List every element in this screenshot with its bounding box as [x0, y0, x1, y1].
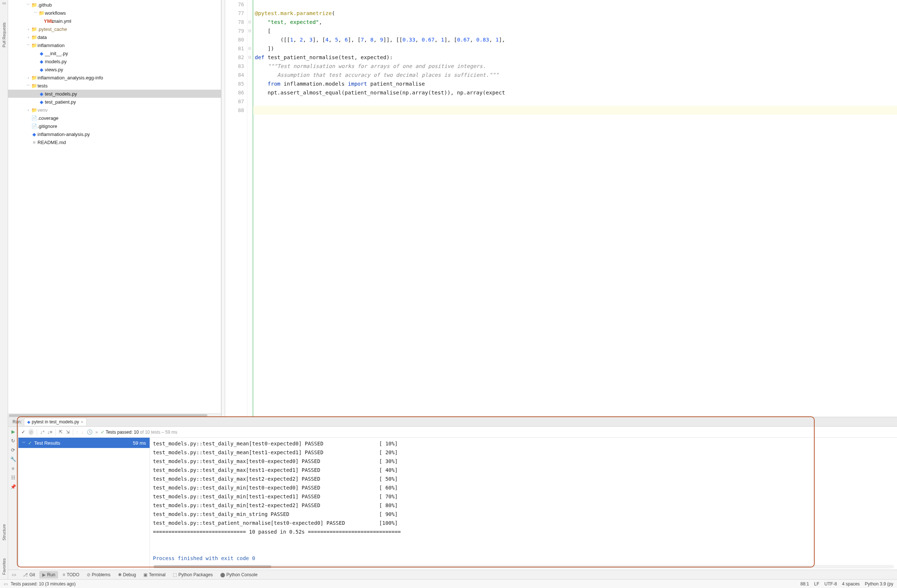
tree-item-label: .pytest_cache [37, 26, 67, 32]
status-segment[interactable]: LF [814, 581, 819, 586]
tool-todo[interactable]: ≡TODO [60, 571, 82, 579]
expand-all-icon[interactable]: ⇱ [59, 429, 63, 435]
tree-h-scrollbar[interactable] [8, 414, 221, 417]
project-tree[interactable]: ﹀📁.github﹀📁workflowsYMLmain.yml›📁.pytest… [8, 0, 221, 417]
test-history-icon[interactable]: 🕓 [87, 429, 93, 435]
fold-icon[interactable]: ⊟ [248, 46, 251, 50]
run-tab[interactable]: ◆ pytest in test_models.py ✕ [24, 418, 87, 426]
expand-icon[interactable]: ﹀ [26, 2, 31, 8]
settings-icon[interactable]: 🔧 [10, 457, 16, 462]
tree-item-inflammation[interactable]: ﹀📁inflammation [8, 41, 221, 49]
expand-icon[interactable]: ﹀ [33, 10, 38, 15]
status-segment[interactable]: UTF-8 [825, 581, 837, 586]
tree-item--coverage[interactable]: 📄.coverage [8, 114, 221, 122]
status-message: Tests passed: 10 (3 minutes ago) [11, 581, 76, 586]
terminal-icon: ▣ [143, 572, 147, 577]
rerun-icon[interactable]: ▶ [11, 429, 15, 434]
tree-item-venv[interactable]: ›📁venv [8, 106, 221, 114]
tool-git[interactable]: ⎇Git [20, 571, 38, 579]
tree-item--gitignore[interactable]: 📄.gitignore [8, 122, 221, 130]
vertical-splitter[interactable] [221, 0, 225, 417]
collapse-all-icon[interactable]: ⇲ [66, 429, 70, 435]
test-results-root[interactable]: ﹀ ✓ Test Results 59 ms [18, 438, 150, 448]
tree-item-test-models-py[interactable]: ◆test_models.py [8, 90, 221, 98]
tree-item-models-py[interactable]: ◆models.py [8, 57, 221, 66]
console-line: test_models.py::test_patient_normalise[t… [153, 519, 894, 527]
tool-python-console[interactable]: ⬤Python Console [217, 571, 261, 579]
code-editor[interactable]: 76777879808182▶838485868788 ⊟⊟⊟⊟ @pytest… [225, 0, 897, 417]
tree-item---init---py[interactable]: ◆__init__.py [8, 49, 221, 57]
console-h-scrollbar[interactable] [153, 565, 894, 568]
tree-item-test-patient-py[interactable]: ◆test_patient.py [8, 98, 221, 106]
fold-icon[interactable]: ⊟ [248, 20, 251, 24]
pin-icon[interactable]: 📌 [10, 484, 16, 490]
console-line: test_models.py::test_daily_min[test0-exp… [153, 483, 894, 492]
tree-item-workflows[interactable]: ﹀📁workflows [8, 9, 221, 17]
debug-icon: ✱ [118, 572, 122, 577]
code-line[interactable]: """Test normalisation works for arrays o… [253, 62, 897, 70]
code-line[interactable] [253, 0, 897, 9]
tool-debug[interactable]: ✱Debug [115, 571, 139, 579]
expand-icon[interactable]: › [26, 27, 31, 31]
favorites-tab[interactable]: Favorites [2, 557, 6, 576]
sort-duration-icon[interactable]: ↓≡ [47, 429, 52, 435]
test-results-tree[interactable]: ﹀ ✓ Test Results 59 ms [18, 438, 150, 570]
expand-icon[interactable]: ﹀ [26, 43, 31, 48]
status-segment[interactable]: 4 spaces [842, 581, 860, 586]
tree-item-main-yml[interactable]: YMLmain.yml [8, 17, 221, 25]
pull-requests-tab[interactable]: Pull Requests [2, 21, 6, 49]
next-test-icon[interactable]: ↓ [81, 429, 84, 435]
tool-python-packages[interactable]: ⬚Python Packages [170, 571, 216, 579]
console-line: test_models.py::test_daily_mean[test1-ex… [153, 448, 894, 457]
test-console-output[interactable]: test_models.py::test_daily_mean[test0-ex… [150, 438, 897, 570]
code-line[interactable]: from inflammation.models import patient_… [253, 79, 897, 88]
expand-icon[interactable]: › [26, 35, 31, 39]
stop-icon[interactable]: ■ [12, 466, 15, 471]
toggle-auto-icon[interactable]: ⟳ [11, 447, 15, 453]
rerun-failed-icon[interactable]: ↻ [11, 438, 15, 444]
expand-icon[interactable]: › [26, 76, 31, 80]
status-segment[interactable]: Python 3.9 (py [865, 581, 893, 586]
structure-tab[interactable]: Structure [2, 522, 6, 542]
tree-item-inflammation-analysis-py[interactable]: ◆inflammation-analysis.py [8, 130, 221, 138]
code-line[interactable]: @pytest.mark.parametrize( [253, 9, 897, 18]
tool-terminal[interactable]: ▣Terminal [141, 571, 168, 579]
code-line[interactable]: def test_patient_normalise(test, expecte… [253, 53, 897, 62]
tree-item-label: models.py [45, 59, 67, 64]
tree-item-views-py[interactable]: ◆views.py [8, 66, 221, 73]
code-line[interactable]: npt.assert_almost_equal(patient_normalis… [253, 88, 897, 97]
tree-item-readme-md[interactable]: ≡README.md [8, 138, 221, 146]
tree-item-label: views.py [45, 67, 63, 72]
code-line[interactable]: [ [253, 26, 897, 35]
prev-test-icon[interactable]: ↑ [76, 429, 79, 435]
code-line[interactable] [253, 106, 897, 115]
status-icon[interactable]: ▭ [4, 581, 8, 586]
status-segment[interactable]: 88:1 [800, 581, 809, 586]
tool-run[interactable]: ▶Run [39, 571, 58, 579]
show-ignored-icon[interactable]: ⊘ [28, 429, 34, 435]
tree-item-data[interactable]: ›📁data [8, 33, 221, 41]
sort-alpha-icon[interactable]: ↓ᵃ [40, 429, 44, 435]
show-passed-icon[interactable]: ✓ [21, 429, 25, 435]
tree-item--pytest-cache[interactable]: ›📁.pytest_cache [8, 25, 221, 33]
tree-item-inflammation-analysis-egg-info[interactable]: ›📁inflammation_analysis.egg-info [8, 73, 221, 82]
tool-window-icon[interactable]: ▭ [12, 572, 16, 577]
code-line[interactable]: ([[1, 2, 3], [4, 5, 6], [7, 8, 9]], [[0.… [253, 35, 897, 44]
tool-problems[interactable]: ⊘Problems [84, 571, 113, 579]
expand-icon[interactable]: › [26, 108, 31, 112]
fold-icon[interactable]: ⊟ [248, 29, 251, 33]
bottom-tool-bar: ▭⎇Git▶Run≡TODO⊘Problems✱Debug▣Terminal⬚P… [8, 570, 897, 579]
project-icon[interactable]: ▭ [2, 0, 7, 6]
console-line: test_models.py::test_daily_min_string PA… [153, 510, 894, 519]
tree-item--github[interactable]: ﹀📁.github [8, 1, 221, 9]
code-line[interactable]: Assumption that test accuracy of two dec… [253, 70, 897, 79]
close-icon[interactable]: ✕ [81, 420, 83, 424]
code-line[interactable] [253, 97, 897, 106]
expand-icon[interactable]: ﹀ [26, 83, 31, 88]
test-results-time: 59 ms [133, 440, 146, 446]
tree-item-tests[interactable]: ﹀📁tests [8, 82, 221, 90]
code-line[interactable]: "test, expected", [253, 18, 897, 26]
fold-icon[interactable]: ⊟ [248, 55, 251, 59]
layout-icon[interactable]: ☷ [11, 475, 15, 480]
code-line[interactable]: ]) [253, 44, 897, 53]
